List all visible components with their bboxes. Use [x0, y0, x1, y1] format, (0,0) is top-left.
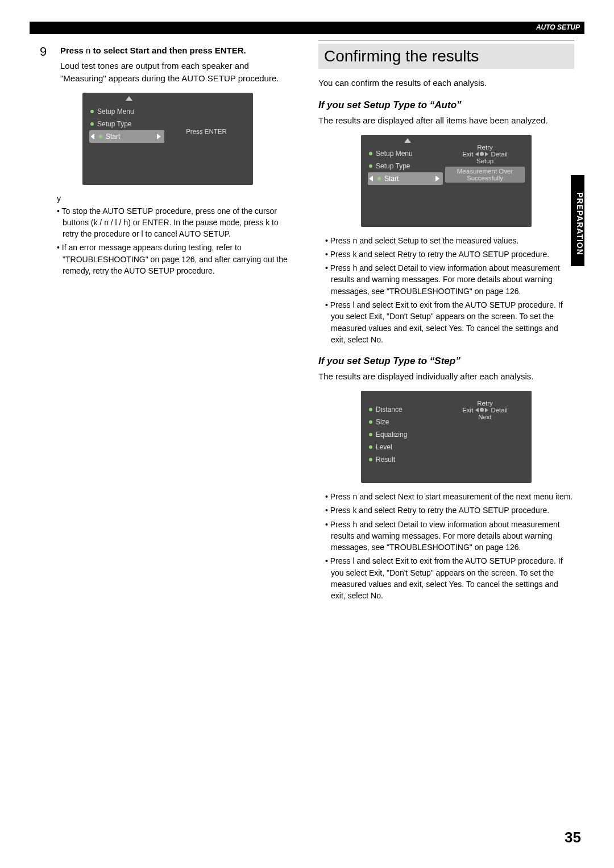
- bullet-item: Press l and select Exit to exit from the…: [325, 555, 574, 601]
- osd-item: Start: [89, 130, 164, 143]
- left-bullets: To stop the AUTO SETUP procedure, press …: [57, 205, 296, 277]
- section-title: Confirming the results: [318, 44, 574, 69]
- left-column: 9 Press n to select Start and then press…: [40, 40, 296, 602]
- osd-item: Distance: [369, 403, 407, 416]
- osd-item: Result: [369, 453, 407, 466]
- bullet-item: Press k and select Retry to retry the AU…: [325, 505, 574, 516]
- content: 9 Press n to select Start and then press…: [40, 40, 574, 602]
- osd-panel-left: Exit: [462, 407, 473, 414]
- section-intro: You can confirm the results of each anal…: [318, 77, 574, 89]
- osd-item: Equalizing: [369, 428, 407, 441]
- step-title: Press n to select Start and then press E…: [60, 44, 296, 56]
- osd-panel-right: Detail: [491, 407, 507, 414]
- osd-panel-top: Retry: [445, 144, 525, 151]
- bullet-item: Press n and select Next to start measure…: [325, 491, 574, 502]
- osd-item: Setup Type: [90, 118, 164, 130]
- osd-item: Setup Type: [369, 160, 443, 172]
- osd-panel-left: Exit: [462, 151, 473, 158]
- osd-msg1: Measurement Over: [447, 168, 522, 175]
- osd-msg2: Successfully: [447, 175, 522, 181]
- page-number: 35: [565, 829, 581, 846]
- osd-left-items: Setup MenuSetup TypeStart: [90, 105, 164, 143]
- auto-heading: If you set Setup Type to “Auto”: [318, 100, 574, 111]
- osd-right-label: Press ENTER: [167, 128, 246, 135]
- osd-screenshot-start: Setup MenuSetup TypeStart Press ENTER: [82, 93, 253, 185]
- step-bullets: Press n and select Next to start measure…: [325, 491, 574, 602]
- osd-panel-top: Retry: [445, 400, 525, 407]
- header-bar: AUTO SETUP: [30, 22, 584, 34]
- osd-item: Start: [368, 172, 443, 185]
- osd-panel-bottom: Next: [445, 414, 525, 420]
- osd-panel-bottom: Setup: [445, 158, 525, 164]
- step-body-text: Loud test tones are output from each spe…: [60, 60, 296, 85]
- note-icon: y: [57, 194, 296, 203]
- bullet-item: Press n and select Setup to set the meas…: [325, 235, 574, 246]
- osd-item: Setup Menu: [90, 105, 164, 118]
- header-label: AUTO SETUP: [536, 23, 580, 31]
- osd-panel-right: Detail: [491, 151, 507, 158]
- step-body: The results are displayed individually a…: [318, 370, 574, 383]
- bullet-item: Press l and select Exit to exit from the…: [325, 299, 574, 345]
- osd-item: Setup Menu: [369, 147, 443, 160]
- osd-screenshot-step: DistanceSizeEqualizingLevelResult Retry …: [361, 391, 532, 483]
- osd-screenshot-auto: Setup MenuSetup TypeStart Retry Exit Det…: [361, 135, 532, 227]
- osd-item: Level: [369, 441, 407, 453]
- bullet-item: To stop the AUTO SETUP procedure, press …: [57, 205, 296, 240]
- auto-bullets: Press n and select Setup to set the meas…: [325, 235, 574, 346]
- auto-body: The results are displayed after all item…: [318, 114, 574, 127]
- step-number: 9: [40, 44, 51, 85]
- bullet-item: Press h and select Detail to view inform…: [325, 519, 574, 553]
- bullet-item: Press h and select Detail to view inform…: [325, 262, 574, 297]
- step-heading: If you set Setup Type to “Step”: [318, 356, 574, 367]
- bullet-item: If an error message appears during testi…: [57, 242, 296, 276]
- bullet-item: Press k and select Retry to retry the AU…: [325, 249, 574, 260]
- osd-item: Size: [369, 416, 407, 428]
- right-column: Confirming the results You can confirm t…: [318, 40, 574, 602]
